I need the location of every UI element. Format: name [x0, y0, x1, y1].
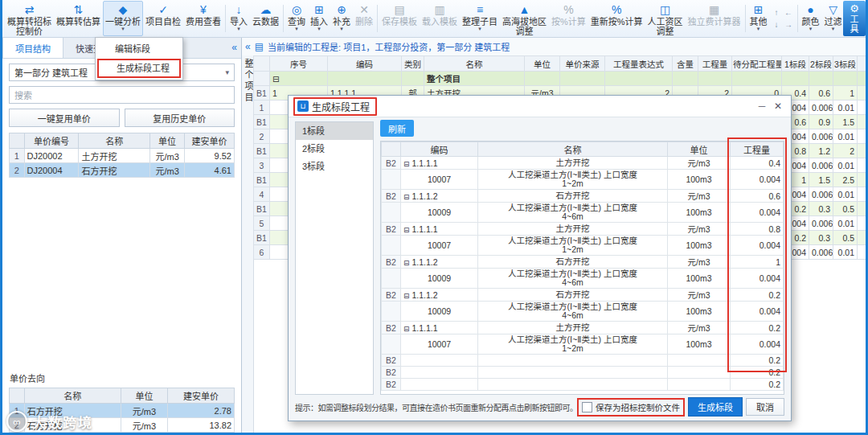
one-click-reuse-price-button[interactable]: 一键复用单价	[9, 109, 120, 127]
cell[interactable]: 4.61	[185, 163, 235, 178]
query-button[interactable]: ◎查询▾	[285, 1, 308, 36]
row-header-cell[interactable]	[254, 72, 270, 86]
cell[interactable]	[668, 367, 731, 379]
cell[interactable]: ⊟ 1.1.1.2	[401, 190, 478, 203]
cell[interactable]	[858, 231, 866, 245]
cell[interactable]: 0.2	[731, 379, 784, 391]
collapse-icon[interactable]: ⊟	[403, 160, 410, 168]
cell[interactable]: 元/m3	[121, 404, 167, 418]
cancel-button[interactable]: 取消	[746, 398, 784, 416]
cell[interactable]: 0.01	[833, 101, 858, 115]
cell[interactable]: 土方开挖	[79, 149, 150, 163]
cell[interactable]: DJ20004	[24, 163, 79, 178]
cell[interactable]	[809, 72, 833, 86]
row-header-cell[interactable]: 2	[254, 129, 270, 144]
cell[interactable]	[782, 72, 809, 86]
cell[interactable]: 100m3	[668, 203, 731, 223]
cell[interactable]: 元/m3	[149, 163, 184, 178]
cell[interactable]: 0.4	[731, 157, 784, 170]
cell[interactable]	[525, 72, 560, 86]
cell[interactable]	[732, 72, 782, 86]
labor-zone-adjust-button[interactable]: ◫人工资区 调整	[645, 1, 686, 36]
cell[interactable]	[858, 72, 866, 86]
cell[interactable]: ⊟ 1.1.1.1	[401, 157, 478, 170]
cell[interactable]: 0.006	[809, 129, 833, 144]
cell[interactable]: 0.2	[731, 289, 784, 302]
cell[interactable]	[478, 367, 668, 379]
table-row[interactable]: 1DJ20002土方开挖元/m39.52	[10, 149, 235, 163]
cell[interactable]	[833, 72, 858, 86]
recalc-percent-button[interactable]: %重新按%计算	[588, 1, 645, 36]
search-input[interactable]: 搜索	[9, 86, 235, 104]
cell[interactable]: 1	[731, 256, 784, 269]
cell[interactable]	[401, 379, 478, 391]
import-button[interactable]: ↓导入▾	[227, 1, 250, 36]
other-button[interactable]: ⊞其他▾	[747, 1, 770, 36]
row-header-cell[interactable]: B1	[254, 115, 270, 129]
move-down-icon[interactable]: ↓	[772, 19, 782, 30]
cell[interactable]: 0.006	[809, 158, 833, 173]
cell[interactable]: 人工挖渠道土方(Ⅰ~Ⅱ类土) 上口宽度 1~2m	[478, 236, 668, 256]
collapse-icon[interactable]: ⊟	[403, 259, 410, 267]
cell[interactable]: 2.78	[168, 404, 235, 418]
cell[interactable]: 1	[833, 86, 858, 101]
collapse-left-panel-icon[interactable]: «	[231, 42, 237, 53]
cell[interactable]: 0.004	[731, 302, 784, 322]
section-table-row[interactable]: 10007人工挖渠道土方(Ⅰ~Ⅱ类土) 上口宽度 1~2m100m30.004	[382, 170, 784, 190]
cell[interactable]: 0.006	[809, 101, 833, 115]
section-table-row[interactable]: B2⊟ 1.1.1.1土方开挖元/m30.2	[382, 322, 784, 334]
supplement-button[interactable]: ⊕补充▾	[330, 1, 353, 36]
cell[interactable]	[858, 216, 866, 231]
row-header-cell[interactable]: 4	[254, 187, 270, 202]
cell[interactable]: 100m3	[668, 236, 731, 256]
collapse-icon[interactable]: ⊟	[403, 226, 410, 234]
cell[interactable]: 石方开挖	[79, 163, 150, 178]
cell[interactable]	[402, 72, 424, 86]
cell[interactable]	[858, 202, 866, 216]
cell[interactable]: 10007	[401, 170, 478, 190]
organize-items-button[interactable]: ≡整理子目▾	[460, 1, 500, 36]
high-altitude-adjust-button[interactable]: ▲高海拔地区 调整	[500, 1, 549, 36]
project-tree-tab[interactable]: 整个项目	[242, 55, 254, 433]
cell[interactable]	[605, 72, 673, 86]
menu-item-generate-section-project[interactable]: 生成标段工程	[97, 59, 181, 78]
cell[interactable]: 人工挖渠道土方(Ⅰ~Ⅱ类土) 上口宽度 1~2m	[478, 334, 668, 355]
cell[interactable]	[858, 129, 866, 144]
cell[interactable]	[328, 72, 402, 86]
reuse-history-price-button[interactable]: 复用历史单价	[125, 109, 235, 127]
save-as-bid-control-checkbox[interactable]	[582, 402, 592, 412]
cell[interactable]	[478, 355, 668, 367]
row-header-cell[interactable]: B1	[254, 86, 270, 101]
cell[interactable]	[698, 72, 732, 86]
cell[interactable]: 元/m3	[668, 322, 731, 334]
cell[interactable]: 0.8	[731, 223, 784, 236]
independent-fee-calculator-button[interactable]: ▦独立费计算器	[686, 1, 743, 36]
section-table-row[interactable]: B2⊟ 1.1.1.2石方开挖元/m30.6	[382, 190, 784, 203]
move-up-icon[interactable]: ↑	[772, 7, 782, 18]
expand-panel-icon[interactable]: «	[245, 41, 251, 52]
cell[interactable]: 0.2	[731, 355, 784, 367]
cell[interactable]: 土方开挖	[478, 157, 668, 170]
cell[interactable]	[858, 144, 866, 158]
close-icon[interactable]: ✕	[770, 101, 786, 112]
cell[interactable]: 13.82	[168, 418, 235, 433]
cell[interactable]: 10009	[401, 269, 478, 289]
row-header-cell[interactable]: B1	[254, 173, 270, 187]
cell[interactable]: 元/m3	[668, 289, 731, 302]
cell[interactable]: ⊟ 1.1.1.1	[401, 223, 478, 236]
tab-project-structure[interactable]: 项目结构	[2, 38, 63, 58]
cell[interactable]	[478, 379, 668, 391]
generate-sections-button[interactable]: 生成标段	[688, 397, 743, 417]
cell[interactable]	[668, 379, 731, 391]
cell[interactable]: 0.004	[731, 269, 784, 289]
cell[interactable]: 元/m3	[668, 223, 731, 236]
refresh-button[interactable]: 刷新	[380, 120, 414, 137]
cell[interactable]: 人工挖渠道土方(Ⅰ~Ⅱ类土) 上口宽度 4~6m	[478, 203, 668, 223]
move-right-icon[interactable]: →	[784, 19, 794, 30]
cell[interactable]: 10009	[401, 302, 478, 322]
cell[interactable]: 元/m3	[668, 190, 731, 203]
cell[interactable]	[858, 173, 866, 187]
cell[interactable]: 元/m3	[668, 256, 731, 269]
cell[interactable]	[858, 245, 866, 260]
project-self-check-button[interactable]: ✓项目自检	[143, 1, 183, 36]
